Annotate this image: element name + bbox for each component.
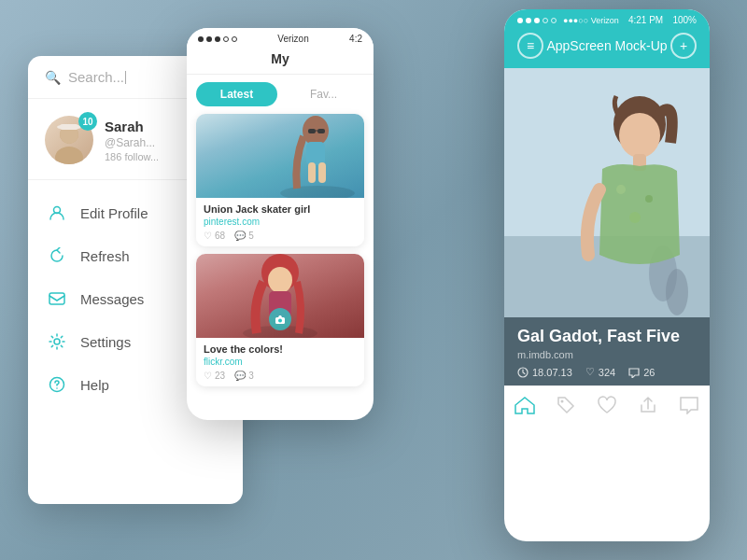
- card-1-likes: ♡ 68: [204, 231, 225, 241]
- f-dot-1: [517, 18, 523, 23]
- hero-likes: ♡ 324: [585, 366, 615, 378]
- menu-button[interactable]: ≡: [517, 33, 543, 59]
- latest-tab-label: Latest: [220, 88, 253, 101]
- card-2[interactable]: Love the colors! flickr.com ♡ 23 💬 3: [196, 254, 364, 386]
- hero-stats: 18.07.13 ♡ 324 26: [517, 366, 697, 378]
- svg-point-36: [561, 400, 564, 403]
- search-input[interactable]: Search...: [68, 69, 124, 85]
- nav-share[interactable]: [627, 396, 669, 414]
- messages-label: Messages: [80, 291, 144, 307]
- edit-profile-label: Edit Profile: [80, 205, 148, 221]
- likes-count: 68: [215, 231, 225, 241]
- dot-3: [215, 36, 220, 42]
- card-1-stats: ♡ 68 💬 5: [204, 231, 357, 241]
- comment-icon: [628, 367, 640, 378]
- svg-point-10: [280, 186, 355, 198]
- svg-rect-6: [49, 293, 64, 304]
- header-text: My: [271, 51, 289, 66]
- hero-date: 18.07.13: [517, 366, 572, 378]
- dot-2: [206, 36, 212, 42]
- tab-favorites[interactable]: Fav...: [283, 82, 364, 106]
- app-title: AppScreen Mock-Up: [546, 38, 667, 53]
- nav-home[interactable]: [504, 396, 545, 414]
- comments-count: 5: [248, 231, 254, 241]
- signal-dots: [198, 36, 237, 42]
- card-1-source: pinterest.com: [204, 217, 357, 227]
- svg-point-33: [645, 195, 653, 203]
- refresh-icon: [47, 245, 67, 266]
- svg-rect-13: [308, 162, 316, 183]
- front-status-bar: ●●●○○ Verizon 4:21 PM 100%: [504, 9, 710, 29]
- card-2-body: Love the colors! flickr.com ♡ 23 💬 3: [196, 338, 364, 386]
- card-2-stats: ♡ 23 💬 3: [204, 371, 357, 381]
- card-1-comments: 💬 5: [234, 231, 254, 241]
- time-display: 4:21 PM: [628, 15, 663, 25]
- heart-icon: [597, 396, 617, 414]
- svg-rect-12: [306, 142, 325, 165]
- hamburger-icon: ≡: [527, 38, 534, 53]
- signal-carrier: ●●●○○ Verizon: [517, 16, 619, 25]
- card-2-comments: 💬 3: [234, 371, 254, 381]
- middle-phone: Verizon 4:2 My Latest Fav...: [187, 28, 374, 420]
- tag-icon: [557, 396, 575, 414]
- card-1-image: [196, 114, 364, 198]
- middle-page-title: My: [187, 48, 374, 75]
- card-2-title: Love the colors!: [204, 343, 357, 355]
- plus-icon: +: [680, 38, 687, 53]
- svg-point-1: [55, 147, 83, 164]
- comments-count-2: 3: [248, 371, 254, 381]
- question-icon: [47, 374, 67, 395]
- camera-overlay: [269, 308, 291, 330]
- clock-icon: [517, 367, 529, 378]
- nav-heart[interactable]: [586, 396, 627, 414]
- f-dot-3: [534, 18, 540, 23]
- carrier-label: Verizon: [277, 34, 308, 44]
- nav-tag[interactable]: [545, 396, 586, 414]
- card-1-title: Union Jack skater girl: [204, 203, 357, 215]
- svg-point-9: [56, 387, 58, 389]
- add-button[interactable]: +: [670, 33, 697, 59]
- dot-5: [232, 36, 237, 42]
- f-dot-5: [551, 18, 557, 23]
- svg-point-30: [619, 113, 660, 158]
- nav-chat[interactable]: [669, 396, 710, 414]
- svg-rect-4: [60, 124, 78, 130]
- card-1-figure: [196, 114, 364, 198]
- svg-rect-14: [318, 162, 326, 183]
- gear-icon: [47, 331, 67, 352]
- svg-point-7: [54, 339, 60, 344]
- likes-count-2: 23: [215, 371, 225, 381]
- tab-latest[interactable]: Latest: [196, 82, 277, 106]
- card-1[interactable]: Union Jack skater girl pinterest.com ♡ 6…: [196, 114, 364, 246]
- svg-rect-15: [308, 129, 316, 133]
- f-dot-4: [543, 18, 548, 23]
- avatar-wrap: 10: [45, 116, 93, 164]
- chat-icon: [679, 396, 699, 414]
- settings-label: Settings: [80, 334, 131, 350]
- svg-point-28: [666, 269, 688, 315]
- camera-icon: [275, 315, 286, 324]
- svg-point-32: [616, 185, 626, 194]
- title-sub: Mock-Up: [612, 38, 668, 53]
- hero-title: Gal Gadot, Fast Five: [517, 327, 697, 346]
- profile-info: Sarah @Sarah... 186 follow...: [105, 119, 159, 162]
- hero-image: Gal Gadot, Fast Five m.imdb.com 18.07.13…: [504, 68, 710, 385]
- svg-point-20: [268, 267, 292, 293]
- card-2-likes: ♡ 23: [204, 371, 225, 381]
- envelope-icon: [47, 288, 67, 309]
- profile-handle: @Sarah...: [105, 136, 159, 149]
- likes-text: 324: [599, 367, 615, 378]
- person-icon: [47, 203, 67, 223]
- share-icon: [638, 396, 658, 414]
- cursor: [125, 71, 126, 84]
- status-bar: Verizon 4:2: [187, 28, 374, 48]
- profile-name: Sarah: [105, 119, 159, 134]
- title-main: AppScreen: [546, 38, 611, 53]
- front-header: ≡ AppScreen Mock-Up +: [504, 29, 710, 68]
- front-phone: ●●●○○ Verizon 4:21 PM 100% ≡ AppScreen M…: [504, 9, 710, 541]
- fav-tab-label: Fav...: [310, 88, 337, 101]
- date-text: 18.07.13: [532, 367, 572, 378]
- search-icon: 🔍: [45, 70, 61, 85]
- dot-4: [223, 36, 229, 42]
- svg-point-23: [278, 319, 282, 323]
